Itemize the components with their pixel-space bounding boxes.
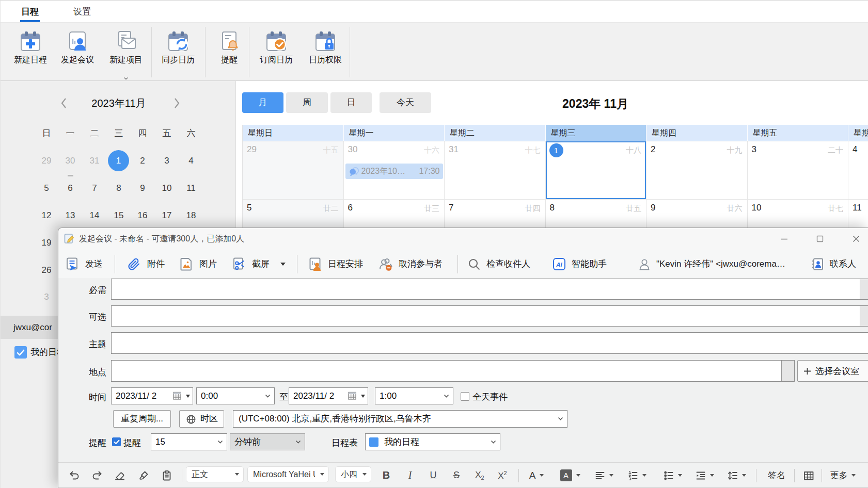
superscript-button[interactable]: X2	[494, 467, 511, 484]
timezone-combo[interactable]: (UTC+08:00) 北京,重庆,香港特别行政区,乌鲁木齐	[233, 410, 567, 428]
calendar-select-combo[interactable]: 我的日程	[365, 433, 500, 450]
mini-calendar-day-cell[interactable]: 15	[107, 208, 131, 223]
mini-calendar-day-cell[interactable]: 8	[107, 181, 131, 196]
calendar-day-cell[interactable]: 2十九	[646, 141, 748, 200]
ribbon-sync-calendar[interactable]: 同步日历	[154, 27, 202, 78]
ribbon-new-schedule[interactable]: 新建日程	[7, 27, 54, 78]
calendar-day-cell[interactable]: 3二十	[748, 141, 849, 200]
mini-calendar-next-button[interactable]	[171, 97, 182, 109]
close-button[interactable]	[844, 228, 868, 250]
line-spacing-button[interactable]	[724, 467, 748, 484]
strikethrough-button[interactable]: S	[448, 467, 465, 484]
schedule-arrange-button[interactable]: 日程安排	[308, 250, 363, 278]
reminder-value-combo[interactable]: 15	[151, 433, 227, 450]
check-recipient-button[interactable]: 检查收件人	[467, 250, 530, 278]
maximize-button[interactable]	[808, 228, 832, 250]
align-button[interactable]	[592, 467, 616, 484]
start-time-combo[interactable]: 0:00	[196, 387, 275, 404]
image-button[interactable]: 图片	[179, 250, 217, 278]
mini-calendar-day-cell[interactable]: 29	[35, 153, 58, 169]
indent-button[interactable]	[692, 467, 716, 484]
underline-button[interactable]: U	[425, 467, 441, 484]
mini-calendar-day-cell[interactable]: 2	[131, 153, 154, 169]
today-date-badge[interactable]: 1	[549, 143, 563, 157]
mini-calendar-day-cell[interactable]: 9	[131, 181, 154, 196]
subject-input[interactable]	[111, 332, 868, 354]
dialog-title-bar[interactable]: 发起会议 - 未命名 - 可邀请300人，已添加0人	[58, 228, 868, 250]
mini-calendar-today-cell[interactable]: 1	[108, 150, 129, 171]
my-calendar-checkbox[interactable]	[14, 346, 27, 359]
paste-button[interactable]	[159, 467, 175, 484]
mini-calendar-day-cell[interactable]: 18	[179, 208, 203, 223]
mini-calendar-day-cell[interactable]: 26	[35, 263, 58, 278]
signature-button[interactable]: 签名	[764, 467, 790, 484]
ai-assistant-button[interactable]: AI智能助手	[553, 250, 607, 278]
choose-meeting-room-button[interactable]: 选择会议室	[797, 360, 868, 382]
mini-calendar-day-cell[interactable]: 7	[83, 181, 106, 196]
mini-calendar-day-cell[interactable]: 17	[155, 208, 179, 223]
timezone-button[interactable]: 时区	[179, 410, 224, 428]
calendar-day-cell[interactable]: 1十八	[546, 141, 647, 200]
minimize-button[interactable]	[772, 228, 796, 250]
mini-calendar-day-cell[interactable]: 10	[155, 181, 179, 196]
repeat-cycle-button[interactable]: 重复周期...	[113, 410, 171, 428]
mini-calendar-day-cell[interactable]: 4	[179, 153, 203, 169]
mini-calendar-day-cell[interactable]: 19	[35, 235, 58, 251]
mini-calendar-day-cell[interactable]: 5	[35, 181, 58, 196]
send-button[interactable]: 发送	[65, 250, 103, 278]
eraser-button[interactable]	[112, 467, 128, 484]
mini-calendar-day-cell[interactable]: 6	[58, 181, 82, 196]
ribbon-calendar-permission[interactable]: 日历权限	[302, 27, 349, 78]
bold-button[interactable]: B	[378, 467, 394, 484]
font-family-combo[interactable]: Microsoft YaHei UI	[247, 466, 329, 482]
view-month-button[interactable]: 月	[242, 92, 283, 113]
highlight-color-button[interactable]: A	[557, 467, 583, 484]
end-time-combo[interactable]: 1:00	[375, 387, 453, 404]
bullet-list-button[interactable]	[660, 467, 684, 484]
ordered-list-button[interactable]	[625, 467, 649, 484]
calendar-day-cell[interactable]: 4	[848, 141, 868, 200]
format-painter-button[interactable]	[136, 467, 152, 484]
mini-calendar-day-cell[interactable]: 3	[155, 153, 179, 169]
reminder-checkbox[interactable]	[112, 437, 121, 446]
view-today-button[interactable]: 今天	[380, 92, 431, 113]
calendar-day-cell[interactable]: 29十五	[243, 141, 344, 200]
more-button[interactable]: 更多	[826, 467, 859, 484]
undo-button[interactable]	[67, 467, 82, 484]
mini-calendar-day-cell[interactable]: 13	[58, 208, 82, 223]
paragraph-style-combo[interactable]: 正文	[186, 466, 244, 482]
ribbon-new-project[interactable]: 新建项目	[102, 27, 150, 78]
location-input[interactable]	[111, 360, 795, 382]
subscript-button[interactable]: X2	[471, 467, 488, 484]
screenshot-dropdown[interactable]	[280, 250, 286, 278]
insert-table-button[interactable]	[800, 467, 817, 484]
tab-settings[interactable]: 设置	[73, 1, 91, 22]
contacts-button[interactable]: 联系人	[811, 250, 856, 278]
mini-calendar-day-cell[interactable]: 30	[58, 153, 82, 169]
ribbon-subscribe-calendar[interactable]: 订阅日历	[252, 27, 300, 78]
view-week-button[interactable]: 周	[286, 92, 328, 113]
location-expand-button[interactable]	[781, 361, 794, 381]
screenshot-button[interactable]: 截屏	[232, 250, 270, 278]
required-input[interactable]	[111, 279, 868, 300]
view-day-button[interactable]: 日	[330, 92, 372, 113]
italic-button[interactable]: I	[402, 467, 418, 484]
mini-calendar-day-cell[interactable]: 16	[131, 208, 154, 223]
ribbon-start-meeting[interactable]: 发起会议	[54, 27, 101, 78]
all-day-checkbox[interactable]	[461, 392, 469, 401]
calendar-event[interactable]: 2023年10…17:30	[345, 164, 443, 179]
required-expand-button[interactable]	[860, 279, 868, 299]
end-date-picker[interactable]: 2023/11/ 2	[289, 387, 368, 404]
optional-input[interactable]	[111, 305, 868, 327]
cancel-participant-button[interactable]: 取消参与者	[378, 250, 443, 278]
font-color-button[interactable]: A	[525, 467, 548, 484]
redo-button[interactable]	[89, 467, 105, 484]
reminder-unit-combo[interactable]: 分钟前	[230, 433, 305, 450]
start-date-picker[interactable]: 2023/11/ 2	[111, 387, 193, 404]
tab-schedule[interactable]: 日程	[20, 1, 40, 22]
attachment-button[interactable]: 附件	[127, 250, 165, 278]
mini-calendar-day-cell[interactable]: 14	[83, 208, 106, 223]
font-size-combo[interactable]: 小四	[335, 466, 371, 482]
ribbon-reminder[interactable]: 提醒	[206, 27, 253, 78]
mini-calendar-day-cell[interactable]: 3	[35, 289, 58, 305]
